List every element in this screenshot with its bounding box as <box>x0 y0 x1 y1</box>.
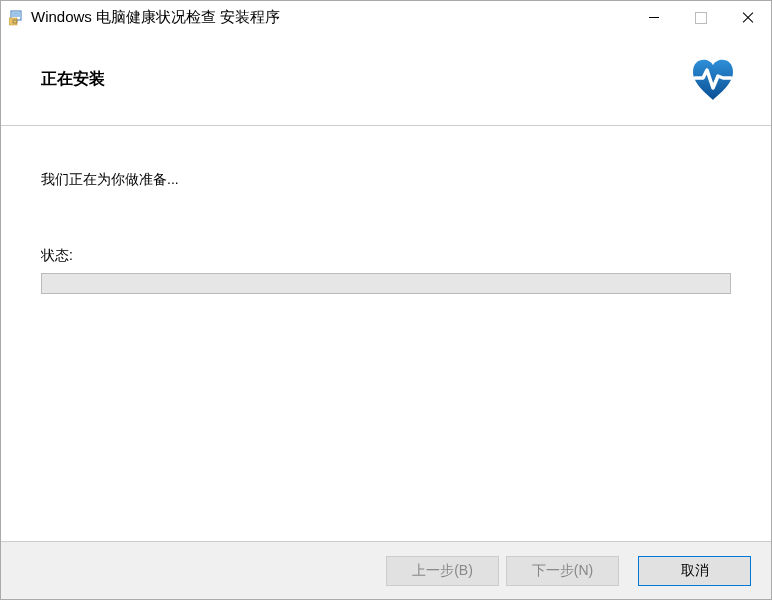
preparing-text: 我们正在为你做准备... <box>41 171 731 189</box>
health-heart-icon <box>685 52 741 108</box>
back-button: 上一步(B) <box>386 556 499 586</box>
content-area: 我们正在为你做准备... 状态: <box>1 126 771 294</box>
svg-rect-1 <box>12 12 20 17</box>
progress-bar <box>41 273 731 294</box>
installer-icon <box>9 10 25 26</box>
window-title: Windows 电脑健康状况检查 安装程序 <box>31 8 630 27</box>
titlebar: Windows 电脑健康状况检查 安装程序 <box>1 1 771 34</box>
page-title: 正在安装 <box>41 69 685 90</box>
maximize-button <box>677 1 724 34</box>
header: 正在安装 <box>1 34 771 126</box>
cancel-button[interactable]: 取消 <box>638 556 751 586</box>
close-button[interactable] <box>724 1 771 34</box>
status-label: 状态: <box>41 247 731 265</box>
footer: 上一步(B) 下一步(N) 取消 <box>1 541 771 599</box>
minimize-button[interactable] <box>630 1 677 34</box>
window-controls <box>630 1 771 34</box>
next-button: 下一步(N) <box>506 556 619 586</box>
